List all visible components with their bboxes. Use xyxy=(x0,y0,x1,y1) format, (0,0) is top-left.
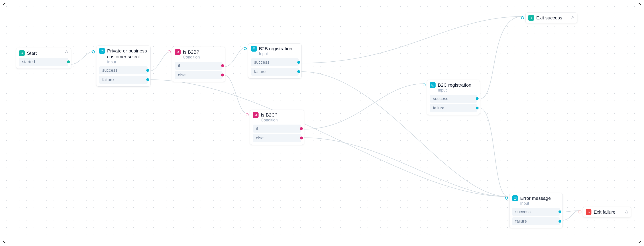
node-subtitle: Condition xyxy=(261,118,278,123)
node-b2b-registration[interactable]: B2B registration Input success failure xyxy=(248,43,302,79)
output-label: else xyxy=(178,73,186,77)
svg-rect-5 xyxy=(572,18,574,19)
port-out[interactable] xyxy=(67,60,70,63)
port-out[interactable] xyxy=(146,78,149,81)
lock-icon xyxy=(571,16,574,20)
form-icon xyxy=(99,48,105,54)
node-subtitle: Input xyxy=(438,88,472,93)
port-in[interactable] xyxy=(521,16,524,19)
node-title: B2B registration xyxy=(259,46,292,52)
output-label: success xyxy=(254,60,270,65)
condition-icon xyxy=(175,49,180,55)
form-icon xyxy=(430,82,436,88)
output-label: failure xyxy=(433,105,444,110)
output-failure[interactable]: failure xyxy=(430,104,477,112)
output-failure[interactable]: failure xyxy=(251,68,298,76)
output-label: success xyxy=(102,68,118,73)
output-failure[interactable]: failure xyxy=(99,76,148,84)
start-icon xyxy=(19,50,25,56)
output-if[interactable]: if xyxy=(253,125,301,133)
port-in[interactable] xyxy=(505,197,508,200)
output-if[interactable]: if xyxy=(175,62,222,70)
port-out[interactable] xyxy=(221,73,224,76)
lock-icon xyxy=(625,210,628,214)
form-icon xyxy=(512,195,518,201)
svg-rect-0 xyxy=(66,52,68,53)
port-in[interactable] xyxy=(168,50,170,53)
node-subtitle: Input xyxy=(520,201,551,206)
node-title: Exit failure xyxy=(594,209,616,215)
output-label: success xyxy=(515,209,531,214)
output-label: failure xyxy=(515,219,527,223)
output-else[interactable]: else xyxy=(253,134,301,142)
port-out[interactable] xyxy=(476,97,478,100)
node-is-b2c[interactable]: Is B2C? Condition if else xyxy=(250,110,304,145)
svg-rect-6 xyxy=(626,212,628,213)
output-failure[interactable]: failure xyxy=(512,217,560,225)
node-exit-failure[interactable]: Exit failure xyxy=(583,207,631,217)
port-out[interactable] xyxy=(476,106,478,109)
output-success[interactable]: success xyxy=(99,66,148,74)
exit-icon xyxy=(586,209,592,215)
port-in[interactable] xyxy=(423,83,426,86)
node-title: Start xyxy=(27,50,37,56)
node-title: Exit success xyxy=(536,15,562,21)
output-success[interactable]: success xyxy=(512,208,560,216)
output-label: if xyxy=(178,63,180,68)
output-label: failure xyxy=(102,77,114,82)
port-in[interactable] xyxy=(578,210,582,213)
output-success[interactable]: success xyxy=(251,58,298,66)
node-title: B2C registration xyxy=(438,82,472,88)
port-out[interactable] xyxy=(297,61,300,64)
output-started[interactable]: started xyxy=(19,58,68,66)
node-title: Error message xyxy=(520,195,551,201)
condition-icon xyxy=(253,112,258,118)
output-label: started xyxy=(22,59,35,64)
output-label: success xyxy=(433,96,448,101)
node-title: Is B2C? xyxy=(261,112,278,118)
node-subtitle: Input xyxy=(107,60,148,65)
port-in[interactable] xyxy=(92,50,95,53)
node-customer-select[interactable]: Private or business customer select Inpu… xyxy=(96,46,150,87)
port-out[interactable] xyxy=(558,210,562,213)
node-start[interactable]: Start started xyxy=(16,48,71,69)
exit-icon xyxy=(528,15,534,21)
port-out[interactable] xyxy=(558,220,562,222)
node-error-message[interactable]: Error message Input success failure xyxy=(509,193,563,228)
output-label: else xyxy=(256,136,264,140)
port-out[interactable] xyxy=(221,64,224,67)
port-in[interactable] xyxy=(246,113,248,116)
node-subtitle: Condition xyxy=(183,55,200,60)
port-out[interactable] xyxy=(297,70,300,73)
port-out[interactable] xyxy=(300,127,303,130)
flow-canvas[interactable]: Start started Private or business custom… xyxy=(3,3,641,243)
node-b2c-registration[interactable]: B2C registration Input success failure xyxy=(427,80,480,115)
node-subtitle: Input xyxy=(259,52,292,56)
output-label: failure xyxy=(254,69,266,74)
output-else[interactable]: else xyxy=(175,71,222,79)
lock-icon xyxy=(65,50,68,54)
node-is-b2b[interactable]: Is B2B? Condition if else xyxy=(172,47,225,82)
output-success[interactable]: success xyxy=(430,95,477,103)
node-exit-success[interactable]: Exit success xyxy=(525,13,578,23)
form-icon xyxy=(251,46,257,52)
node-title: Is B2B? xyxy=(183,49,200,55)
port-out[interactable] xyxy=(146,69,149,72)
port-out[interactable] xyxy=(300,136,303,139)
port-in[interactable] xyxy=(244,47,247,50)
output-label: if xyxy=(256,126,258,131)
node-title: Private or business customer select xyxy=(107,48,148,60)
